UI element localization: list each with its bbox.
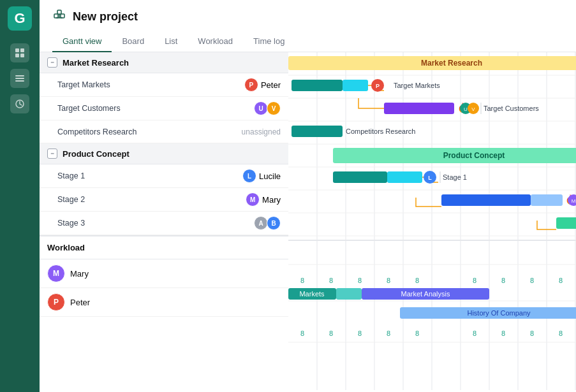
person-name-mary: Mary [70, 269, 89, 279]
assignee-stage3: A B [254, 216, 281, 230]
avatar-mary: M [246, 192, 260, 207]
avatar-group2: V [267, 101, 281, 115]
svg-text:8: 8 [530, 277, 534, 284]
svg-text:8: 8 [559, 330, 563, 337]
assignee-name-mary: Mary [262, 195, 281, 205]
svg-rect-8 [54, 14, 58, 18]
assignee-name-lucile: Lucile [259, 171, 281, 181]
mary-bar-market-analysis: Market Analysis [401, 290, 450, 298]
workload-person-mary: M Mary [47, 265, 281, 282]
tab-board[interactable]: Board [112, 31, 154, 52]
svg-text:8: 8 [415, 330, 419, 337]
nav-tabs: Gantt view Board List Workload Time log [52, 31, 563, 52]
svg-rect-4 [15, 75, 24, 76]
svg-text:8: 8 [300, 277, 304, 284]
task-row-target-customers: Target Customers U V [40, 97, 288, 120]
section-title-product-concept: Product Concept [63, 149, 129, 159]
sidebar-icon-2[interactable] [10, 69, 29, 88]
tab-gantt-view[interactable]: Gantt view [52, 31, 112, 52]
svg-text:8: 8 [358, 330, 362, 337]
task-name: Stage 1 [57, 171, 242, 180]
svg-text:L: L [428, 175, 432, 181]
svg-rect-34 [343, 80, 368, 91]
gantt-label-market-research: Market Research [421, 59, 482, 68]
workload-person-peter: P Peter [47, 293, 281, 311]
avatar-stage3a: A [254, 216, 268, 230]
gantt-svg: Market Research P Target Markets 🔥 [288, 52, 576, 390]
task-row-stage2: Stage 2 M Mary [40, 188, 288, 212]
svg-rect-5 [15, 78, 24, 79]
svg-text:8: 8 [387, 330, 390, 337]
avatar-peter: P [244, 78, 258, 92]
svg-text:8: 8 [300, 330, 304, 337]
svg-rect-3 [20, 54, 24, 57]
task-row-competitors-research: Competitors Research unassigned [40, 120, 288, 143]
unassigned-label: unassigned [242, 127, 281, 136]
collapse-market-research[interactable]: － [47, 57, 57, 68]
svg-text:8: 8 [501, 277, 505, 284]
app-logo[interactable]: G [8, 6, 32, 31]
header: New project Gantt view Board List Worklo… [40, 0, 576, 52]
header-title-row: New project [52, 9, 563, 25]
workload-title: Workload [40, 236, 288, 259]
task-row-stage1: Stage 1 L Lucile [40, 164, 288, 188]
task-name: Competitors Research [57, 127, 242, 136]
svg-text:8: 8 [501, 330, 505, 337]
assignee-lucile: L Lucile [242, 169, 281, 183]
gantt-label-competitors: Competitors Research [346, 127, 415, 135]
project-title: New project [73, 10, 138, 24]
avatar-peter-wl: P [47, 293, 65, 311]
svg-text:8: 8 [387, 277, 390, 284]
mary-bar-history: History Of Company [467, 309, 531, 317]
svg-rect-46 [333, 171, 387, 183]
svg-rect-6 [15, 80, 24, 82]
task-row-target-markets: Target Markets P Peter [40, 73, 288, 97]
gantt-label-target-customers: Target Customers [484, 105, 539, 112]
task-name: Target Customers [57, 104, 254, 113]
svg-rect-47 [387, 171, 422, 183]
gantt-label-target-markets: Target Markets [394, 82, 440, 89]
main-content: New project Gantt view Board List Worklo… [40, 0, 576, 392]
svg-text:M: M [572, 198, 576, 204]
collapse-product-concept[interactable]: － [47, 149, 57, 159]
svg-text:8: 8 [358, 277, 362, 284]
task-name: Target Markets [57, 80, 244, 89]
sidebar-icon-1[interactable] [10, 43, 29, 62]
mary-bar-markets: Markets [299, 290, 325, 298]
task-name: Stage 3 [57, 219, 254, 228]
avatar-stage3b: B [267, 216, 281, 230]
svg-text:8: 8 [559, 277, 563, 284]
gantt-label-product-concept: Product Concept [443, 151, 505, 160]
svg-rect-0 [15, 48, 19, 52]
svg-text:8: 8 [473, 330, 476, 337]
svg-rect-10 [57, 10, 61, 14]
assignee-name-peter: Peter [261, 80, 281, 90]
tab-list[interactable]: List [154, 31, 188, 52]
svg-text:8: 8 [329, 277, 333, 284]
section-market-research: － Market Research [40, 52, 288, 73]
svg-rect-72 [336, 288, 362, 300]
sidebar-icon-3[interactable] [10, 94, 29, 113]
svg-rect-9 [61, 14, 64, 18]
assignee-mary: M Mary [246, 192, 281, 207]
gantt-layout: － Market Research Target Markets P Peter… [40, 52, 576, 392]
sidebar: G [0, 0, 40, 392]
avatar-mary-wl: M [47, 265, 65, 282]
svg-rect-52 [531, 194, 563, 206]
svg-text:V: V [471, 106, 475, 112]
svg-text:U: U [464, 106, 468, 112]
project-icon [52, 9, 66, 25]
avatar-group1: U [254, 101, 268, 115]
svg-rect-44 [292, 126, 343, 137]
task-row-stage3: Stage 3 A B [40, 212, 288, 235]
tab-time-log[interactable]: Time log [243, 31, 295, 52]
task-name: Stage 2 [57, 195, 246, 204]
svg-rect-37 [384, 103, 454, 114]
svg-rect-57 [556, 217, 576, 229]
tab-workload[interactable]: Workload [188, 31, 243, 52]
svg-rect-51 [441, 194, 531, 206]
svg-rect-2 [15, 54, 19, 57]
workload-row-peter: P Peter [40, 288, 288, 317]
workload-left: Workload M Mary P Peter [40, 235, 288, 317]
svg-text:8: 8 [329, 330, 333, 337]
